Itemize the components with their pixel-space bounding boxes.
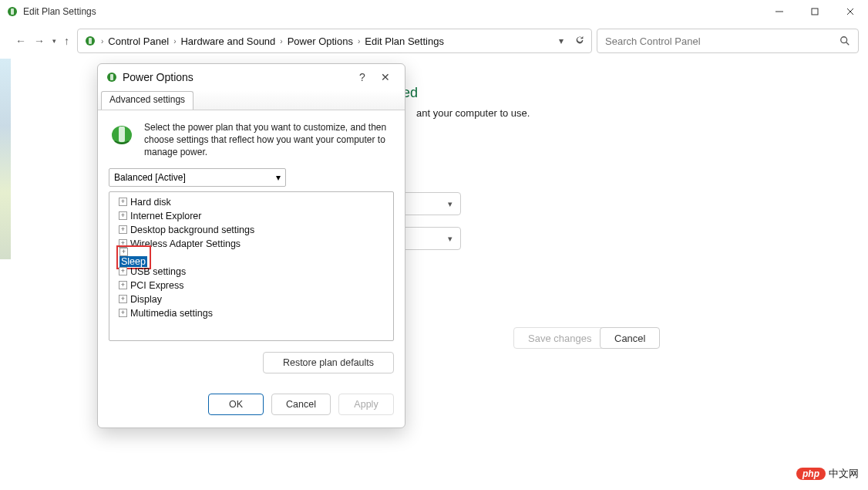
search-input[interactable]: Search Control Panel xyxy=(597,29,859,53)
search-placeholder: Search Control Panel xyxy=(605,35,839,47)
dialog-titlebar: Power Options ? ✕ xyxy=(98,64,405,90)
power-plan-icon xyxy=(109,121,135,147)
search-icon xyxy=(839,35,850,46)
refresh-button[interactable] xyxy=(574,35,585,48)
forward-button[interactable]: → xyxy=(34,35,45,47)
back-button[interactable]: ← xyxy=(15,35,26,47)
cancel-button[interactable]: Cancel xyxy=(600,327,660,349)
chevron-right-icon: › xyxy=(278,37,284,46)
power-plan-select[interactable]: Balanced [Active] ▾ xyxy=(109,168,286,187)
tree-node-multimedia[interactable]: +Multimedia settings xyxy=(114,306,389,320)
expand-icon[interactable]: + xyxy=(119,248,128,256)
tree-node-pci-express[interactable]: +PCI Express xyxy=(114,279,389,292)
svg-rect-3 xyxy=(812,8,818,15)
svg-point-8 xyxy=(841,37,847,43)
minimize-button[interactable] xyxy=(762,0,797,23)
svg-rect-7 xyxy=(89,38,92,44)
expand-icon[interactable]: + xyxy=(119,295,127,303)
watermark: php 中文网 xyxy=(796,467,859,481)
expand-icon[interactable]: + xyxy=(119,309,127,317)
expand-icon[interactable]: + xyxy=(119,281,127,289)
window-title: Edit Plan Settings xyxy=(23,6,96,17)
tree-node-internet-explorer[interactable]: +Internet Explorer xyxy=(114,209,389,223)
svg-rect-1 xyxy=(11,8,14,15)
dialog-close-button[interactable]: ✕ xyxy=(374,71,397,83)
app-icon xyxy=(6,5,19,18)
page-description-fragment: ant your computer to use. xyxy=(416,107,530,119)
chevron-right-icon: › xyxy=(99,37,105,46)
svg-rect-13 xyxy=(119,127,125,142)
save-changes-button[interactable]: Save changes xyxy=(513,327,606,349)
dialog-intro-text: Select the power plan that you want to c… xyxy=(144,121,394,159)
address-dropdown-button[interactable]: ▾ xyxy=(559,35,564,46)
power-plan-value: Balanced [Active] xyxy=(114,172,186,183)
watermark-bubble: php xyxy=(796,468,826,480)
chevron-down-icon: ▾ xyxy=(276,172,281,183)
tree-node-hard-disk[interactable]: +Hard disk xyxy=(114,195,389,209)
svg-line-9 xyxy=(846,42,849,46)
watermark-text: 中文网 xyxy=(829,467,859,481)
apply-button[interactable]: Apply xyxy=(338,394,394,415)
chevron-down-icon: ▾ xyxy=(448,234,453,244)
chevron-right-icon: › xyxy=(172,37,177,46)
settings-tree[interactable]: +Hard disk +Internet Explorer +Desktop b… xyxy=(109,191,394,341)
expand-icon[interactable]: + xyxy=(119,267,127,275)
tree-node-sleep[interactable]: + Sleep xyxy=(114,251,389,265)
chevron-down-icon: ▾ xyxy=(448,199,453,209)
sidebar-accent xyxy=(0,59,11,259)
tree-node-wireless-adapter[interactable]: +Wireless Adapter Settings xyxy=(114,237,389,251)
toolbar: ← → ▾ ↑ › Control Panel › Hardware and S… xyxy=(0,23,868,59)
close-button[interactable] xyxy=(833,0,868,23)
window-titlebar: Edit Plan Settings xyxy=(0,0,868,23)
dialog-title: Power Options xyxy=(123,71,193,83)
breadcrumb-item[interactable]: Control Panel xyxy=(108,35,169,47)
expand-icon[interactable]: + xyxy=(119,211,127,220)
power-options-dialog: Power Options ? ✕ Advanced settings Sele… xyxy=(97,63,405,428)
dialog-icon xyxy=(106,71,118,83)
chevron-right-icon: › xyxy=(356,37,362,46)
dialog-footer: OK Cancel Apply xyxy=(98,383,405,427)
svg-rect-11 xyxy=(110,74,113,80)
expand-icon[interactable]: + xyxy=(119,225,127,234)
location-icon xyxy=(84,35,96,47)
recent-locations-button[interactable]: ▾ xyxy=(52,37,56,45)
expand-icon[interactable]: + xyxy=(119,198,127,206)
tree-node-desktop-background[interactable]: +Desktop background settings xyxy=(114,223,389,237)
breadcrumb-item[interactable]: Edit Plan Settings xyxy=(365,35,444,47)
window-buttons xyxy=(762,0,868,23)
tab-advanced-settings[interactable]: Advanced settings xyxy=(101,91,193,110)
tree-node-usb-settings[interactable]: +USB settings xyxy=(114,265,389,279)
up-button[interactable]: ↑ xyxy=(64,35,69,47)
breadcrumb-item[interactable]: Hardware and Sound xyxy=(180,35,275,47)
breadcrumb-item[interactable]: Power Options xyxy=(288,35,353,47)
ok-button[interactable]: OK xyxy=(208,394,264,415)
dialog-cancel-button[interactable]: Cancel xyxy=(271,394,331,415)
address-bar[interactable]: › Control Panel › Hardware and Sound › P… xyxy=(77,29,592,53)
restore-defaults-button[interactable]: Restore plan defaults xyxy=(263,352,394,373)
help-button[interactable]: ? xyxy=(351,71,374,83)
tree-node-display[interactable]: +Display xyxy=(114,292,389,306)
dialog-tabstrip: Advanced settings xyxy=(98,90,405,110)
maximize-button[interactable] xyxy=(797,0,833,23)
